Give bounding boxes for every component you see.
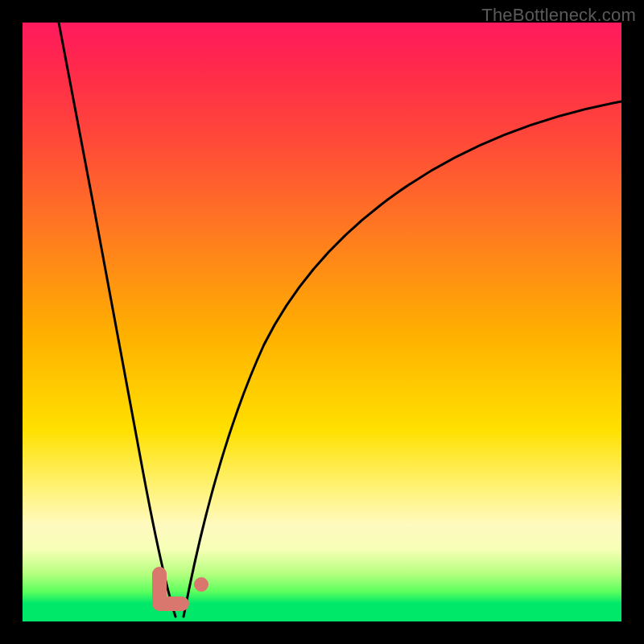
dot-marker (194, 577, 208, 592)
plot-area (23, 23, 621, 621)
l-marker (159, 574, 182, 604)
watermark-text: TheBottleneck.com (481, 5, 636, 26)
curves-layer (23, 23, 621, 621)
left-curve (59, 23, 175, 617)
right-curve (184, 101, 621, 617)
chart-frame: TheBottleneck.com (0, 0, 644, 644)
